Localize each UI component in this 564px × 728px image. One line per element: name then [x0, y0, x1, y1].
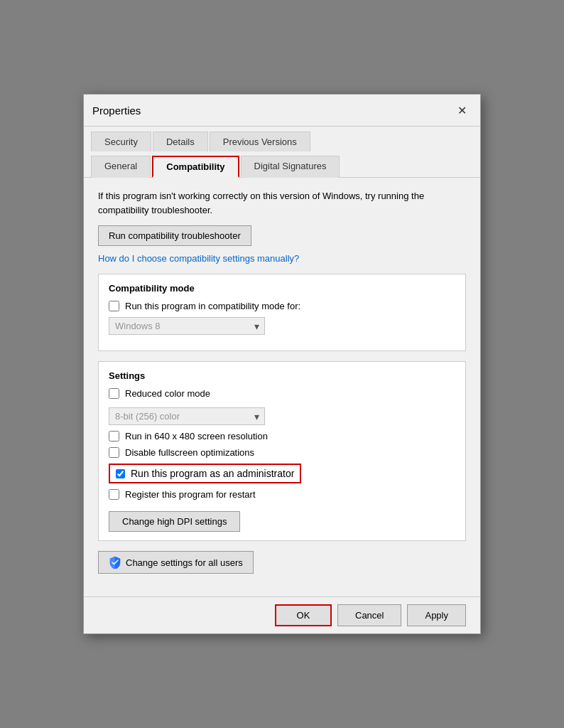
tab-content: If this program isn't working correctly … [84, 178, 480, 596]
compatibility-mode-label: Compatibility mode [109, 283, 455, 294]
change-settings-all-users-button[interactable]: Change settings for all users [98, 551, 254, 574]
compat-mode-dropdown[interactable]: Windows 8 [109, 317, 265, 335]
tabs-area: Security Details Previous Versions Gener… [84, 127, 480, 178]
tabs-row-1: Security Details Previous Versions [84, 127, 480, 151]
compat-mode-dropdown-wrapper: Windows 8 [109, 317, 265, 335]
apply-button[interactable]: Apply [407, 604, 466, 626]
help-link[interactable]: How do I choose compatibility settings m… [98, 253, 466, 264]
shield-icon [109, 556, 121, 569]
run-admin-highlighted-row: Run this program as an administrator [109, 464, 455, 483]
compat-mode-checkbox-row: Run this program in compatibility mode f… [109, 301, 455, 311]
properties-dialog: Properties ✕ Security Details Previous V… [83, 94, 481, 634]
disable-fullscreen-row: Disable fullscreen optimizations [109, 447, 455, 458]
screen-res-label[interactable]: Run in 640 x 480 screen resolution [125, 431, 268, 441]
color-dropdown-wrapper: 8-bit (256) color [109, 407, 265, 425]
compat-mode-checkbox[interactable] [109, 301, 119, 311]
cancel-button[interactable]: Cancel [337, 604, 401, 626]
tab-security[interactable]: Security [91, 132, 151, 151]
tabs-row-2: General Compatibility Digital Signatures [84, 151, 480, 177]
title-bar: Properties ✕ [84, 95, 480, 127]
register-restart-checkbox[interactable] [109, 489, 119, 500]
disable-fullscreen-checkbox[interactable] [109, 447, 119, 458]
change-settings-label: Change settings for all users [126, 557, 243, 568]
run-troubleshooter-button[interactable]: Run compatibility troubleshooter [98, 225, 251, 246]
tab-details[interactable]: Details [153, 132, 208, 151]
reduced-color-checkbox[interactable] [109, 388, 119, 399]
register-restart-row: Register this program for restart [109, 489, 455, 500]
register-restart-label[interactable]: Register this program for restart [125, 489, 256, 500]
compatibility-mode-section: Compatibility mode Run this program in c… [98, 274, 466, 351]
disable-fullscreen-label[interactable]: Disable fullscreen optimizations [125, 447, 254, 458]
change-dpi-button[interactable]: Change high DPI settings [109, 511, 240, 532]
run-admin-checkbox[interactable] [116, 469, 125, 478]
reduced-color-row: Reduced color mode [109, 388, 455, 399]
tab-general[interactable]: General [91, 156, 151, 178]
screen-res-row: Run in 640 x 480 screen resolution [109, 431, 455, 441]
reduced-color-label[interactable]: Reduced color mode [125, 388, 210, 399]
screen-res-checkbox[interactable] [109, 431, 119, 441]
close-button[interactable]: ✕ [452, 100, 472, 120]
color-depth-dropdown[interactable]: 8-bit (256) color [109, 407, 265, 425]
description-text: If this program isn't working correctly … [98, 189, 466, 217]
settings-section: Settings Reduced color mode 8-bit (256) … [98, 361, 466, 541]
ok-button[interactable]: OK [275, 604, 332, 626]
tab-compatibility[interactable]: Compatibility [152, 156, 239, 178]
tab-previous-versions[interactable]: Previous Versions [210, 132, 310, 151]
dialog-title: Properties [92, 105, 141, 117]
compat-mode-checkbox-label[interactable]: Run this program in compatibility mode f… [125, 301, 300, 311]
settings-label: Settings [109, 370, 455, 381]
run-admin-border-box: Run this program as an administrator [109, 464, 301, 483]
tab-digital-signatures[interactable]: Digital Signatures [241, 156, 340, 178]
run-admin-label[interactable]: Run this program as an administrator [131, 468, 294, 479]
dialog-footer: OK Cancel Apply [84, 596, 480, 633]
